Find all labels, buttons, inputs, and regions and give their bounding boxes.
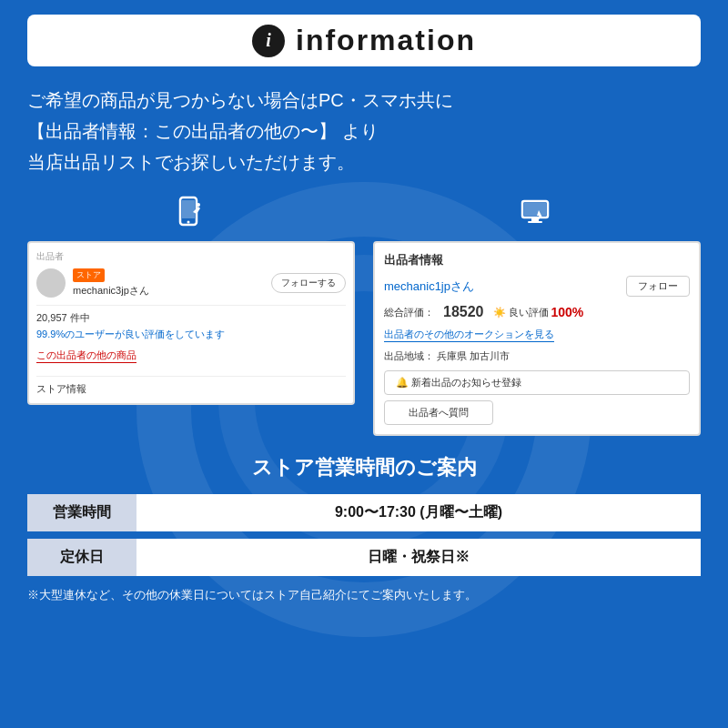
hours-row-0: 営業時間 9:00〜17:30 (月曜〜土曜) xyxy=(27,494,701,531)
pc-location: 兵庫県 加古川市 xyxy=(437,350,510,361)
pc-location-label: 出品地域： xyxy=(384,350,434,361)
mobile-store-info: ストア情報 xyxy=(36,382,346,396)
svg-point-3 xyxy=(197,203,200,207)
info-title: information xyxy=(296,24,476,57)
pc-device-icon xyxy=(373,196,701,236)
hours-table: 営業時間 9:00〜17:30 (月曜〜土曜) 定休日 日曜・祝祭日※ xyxy=(27,494,701,576)
pc-good-rating: ☀️ 良い評価 100% xyxy=(493,305,584,319)
screenshots-row: 出品者 ストア mechanic3jpさん フォローする 20,957 件中 9… xyxy=(27,196,701,436)
pc-notification-button[interactable]: 🔔 新着出品のお知らせ登録 xyxy=(384,370,690,395)
main-container: i information ご希望の商品が見つからない場合はPC・スマホ共に 【… xyxy=(0,0,728,618)
hours-row-1: 定休日 日曜・祝祭日※ xyxy=(27,539,701,576)
pc-location-row: 出品地域： 兵庫県 加古川市 xyxy=(384,349,690,363)
hours-label-0: 営業時間 xyxy=(27,494,136,531)
pc-screen: 出品者情報 mechanic1jpさん フォロー 総合評価： 18520 ☀️ … xyxy=(373,241,701,436)
mobile-rating-text: 99.9%のユーザーが良い評価をしています xyxy=(36,328,346,341)
hours-label-1: 定休日 xyxy=(27,539,136,576)
hours-value-1: 日曜・祝祭日※ xyxy=(136,539,701,576)
svg-rect-7 xyxy=(528,221,542,223)
mobile-count: 20,957 件中 xyxy=(36,311,346,325)
mobile-section-label: 出品者 xyxy=(36,250,346,263)
info-icon: i xyxy=(252,25,285,57)
pc-rating-label: 総合評価： xyxy=(384,306,434,319)
mobile-seller-left: ストア mechanic3jpさん xyxy=(36,268,149,298)
pc-seller-row: mechanic1jpさん フォロー xyxy=(384,276,690,297)
main-text-line2: 【出品者情報：この出品者の他の〜】 より xyxy=(27,116,701,147)
hours-note: ※大型連休など、その他の休業日についてはストア自己紹介にてご案内いたします。 xyxy=(27,587,701,603)
mobile-screenshot-wrapper: 出品者 ストア mechanic3jpさん フォローする 20,957 件中 9… xyxy=(27,196,355,405)
mobile-follow-button[interactable]: フォローする xyxy=(271,273,346,293)
svg-rect-5 xyxy=(524,203,546,216)
store-hours-title: ストア営業時間のご案内 xyxy=(27,454,701,481)
svg-rect-1 xyxy=(182,200,195,218)
pc-screenshot-wrapper: 出品者情報 mechanic1jpさん フォロー 総合評価： 18520 ☀️ … xyxy=(373,196,701,436)
pc-rating-row: 総合評価： 18520 ☀️ 良い評価 100% xyxy=(384,304,690,320)
store-hours-section: ストア営業時間のご案内 営業時間 9:00〜17:30 (月曜〜土曜) 定休日 … xyxy=(27,454,701,603)
mobile-seller-info: ストア mechanic3jpさん xyxy=(73,268,149,298)
info-header: i information xyxy=(27,15,701,66)
pc-good-pct: 100% xyxy=(551,305,584,319)
mobile-seller-name: mechanic3jpさん xyxy=(73,284,149,298)
mobile-other-link[interactable]: この出品者の他の商品 xyxy=(36,349,136,363)
main-description: ご希望の商品が見つからない場合はPC・スマホ共に 【出品者情報：この出品者の他の… xyxy=(27,85,701,177)
hours-value-0: 9:00〜17:30 (月曜〜土曜) xyxy=(136,494,701,531)
mobile-screen: 出品者 ストア mechanic3jpさん フォローする 20,957 件中 9… xyxy=(27,241,355,405)
sun-icon: ☀️ xyxy=(493,307,506,318)
mobile-seller-row: ストア mechanic3jpさん フォローする xyxy=(36,268,346,298)
svg-point-2 xyxy=(187,221,190,224)
mobile-device-icon xyxy=(27,196,355,236)
mobile-divider2 xyxy=(36,376,346,377)
mobile-store-badge: ストア xyxy=(73,268,105,282)
main-text-line1: ご希望の商品が見つからない場合はPC・スマホ共に xyxy=(27,85,701,116)
pc-rating-num: 18520 xyxy=(443,304,484,320)
pc-seller-name: mechanic1jpさん xyxy=(384,278,474,295)
main-text-line3: 当店出品リストでお探しいただけます。 xyxy=(27,147,701,177)
pc-auction-link[interactable]: 出品者のその他のオークションを見る xyxy=(384,328,554,342)
svg-rect-6 xyxy=(531,218,539,221)
pc-follow-button[interactable]: フォロー xyxy=(626,276,690,297)
pc-good-label: 良い評価 xyxy=(509,306,549,319)
mobile-avatar xyxy=(36,268,66,298)
mobile-divider xyxy=(36,305,346,306)
pc-question-button[interactable]: 出品者へ質問 xyxy=(384,400,493,425)
pc-section-title: 出品者情報 xyxy=(384,252,690,268)
